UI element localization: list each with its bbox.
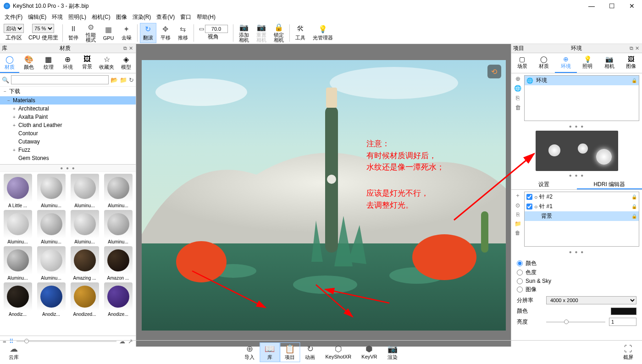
delete-pin-icon[interactable]: 🗑 [515, 230, 520, 236]
globe-icon[interactable]: 🌐 [514, 85, 521, 92]
env-item-active[interactable]: 🌐 环境 🔒 [525, 76, 639, 85]
copy-env-icon[interactable]: ⎘ [516, 94, 520, 101]
material-thumb[interactable]: A Little ... [2, 174, 33, 208]
lock-icon[interactable]: 🔒 [631, 194, 637, 199]
resize-handle-3[interactable]: ● ● ● [511, 248, 642, 255]
bg-mode-color[interactable]: 颜色 [517, 259, 636, 267]
resetcam-button[interactable]: 📷重置 相机 [253, 23, 270, 43]
material-thumb[interactable]: Anodiz... [35, 282, 67, 317]
lockcam-button[interactable]: 🔒锁定 相机 [271, 23, 287, 43]
gpu-button[interactable]: ▦GPU [100, 23, 117, 43]
tab-image[interactable]: 🖼图像 [620, 53, 642, 73]
tree-item[interactable]: +Axalta Paint [0, 113, 136, 121]
hdri-pin-1[interactable] [548, 144, 560, 156]
material-thumb[interactable]: Aluminu... [35, 174, 67, 208]
tab-colors[interactable]: 🎨颜色 [19, 53, 39, 73]
import-button[interactable]: ⊕导入 [239, 342, 260, 362]
material-thumb[interactable]: Anodized... [69, 282, 100, 317]
tab-camera[interactable]: 📷相机 [598, 53, 620, 73]
tools-button[interactable]: 🛠工具 [292, 23, 309, 43]
menu-edit[interactable]: 编辑(E) [25, 12, 49, 22]
maximize-button[interactable]: ☐ [602, 0, 622, 12]
tab-favorites[interactable]: ☆收藏夹 [97, 53, 116, 73]
pin-checkbox[interactable] [526, 194, 532, 200]
bgcolor-swatch[interactable] [611, 308, 636, 315]
tab-environment[interactable]: ⊕环境 [555, 53, 577, 73]
material-thumb[interactable]: Aluminu... [35, 210, 67, 244]
subtab-hdri-editor[interactable]: HDRI 编辑器 [577, 179, 642, 189]
menu-help[interactable]: 帮助(H) [194, 12, 218, 22]
bg-mode-gradient[interactable]: 色度 [517, 269, 636, 276]
popout-icon[interactable]: ⧉ [630, 45, 633, 51]
render-button[interactable]: 📷渲染 [382, 342, 403, 362]
material-thumb[interactable]: Aluminu... [69, 210, 100, 244]
tree-item[interactable]: +Architectural [0, 105, 136, 113]
folder-open-icon[interactable]: 📂 [111, 77, 118, 83]
material-thumb[interactable]: Anodize... [102, 282, 134, 317]
project-button[interactable]: 📋项目 [280, 342, 300, 362]
fov-input[interactable] [205, 25, 228, 33]
viewport-reset-icon[interactable]: ⟲ [487, 65, 501, 78]
tab-lighting[interactable]: 💡照明 [577, 53, 599, 73]
material-thumb[interactable]: Aluminu... [35, 246, 67, 281]
addcam-button[interactable]: 📷添加 相机 [236, 23, 252, 43]
tab-backgrounds[interactable]: 🖼背景 [77, 53, 97, 73]
library-button[interactable]: 📖库 [260, 342, 280, 362]
material-thumb[interactable]: Anodiz... [2, 282, 33, 317]
tree-item[interactable]: Gem Stones [0, 154, 136, 162]
lightmgr-button[interactable]: 💡光管理器 [310, 23, 336, 43]
tab-material[interactable]: ◯材质 [533, 53, 555, 73]
material-thumb[interactable]: Aluminu... [2, 210, 33, 244]
folder-pin-icon[interactable]: 📁 [515, 221, 521, 227]
tree-root[interactable]: −下载 [0, 87, 136, 96]
delete-env-icon[interactable]: 🗑 [515, 104, 521, 111]
tab-models[interactable]: ◈模型 [116, 53, 136, 73]
menu-light[interactable]: 照明(L) [66, 12, 89, 22]
perfmode-button[interactable]: ⚙性能 模式 [83, 23, 99, 43]
pin-item-bg[interactable]: 背景🔒 [525, 211, 639, 221]
refresh-icon[interactable]: ↻ [129, 77, 134, 83]
tree-item[interactable]: +Fuzz [0, 146, 136, 154]
material-thumb[interactable]: Aluminu... [102, 174, 134, 208]
zoom-select[interactable]: 75 % [32, 24, 54, 33]
tab-scene[interactable]: ▢场景 [511, 53, 533, 73]
startup-select[interactable]: 启动 [4, 24, 24, 33]
lock-icon[interactable]: 🔒 [631, 214, 637, 219]
close-button[interactable]: ✕ [622, 0, 642, 12]
menu-view[interactable]: 查看(V) [154, 12, 177, 22]
hdri-pin-2[interactable] [578, 143, 588, 154]
menu-camera[interactable]: 相机(C) [89, 12, 113, 22]
cloud-library-button[interactable]: ☁云库 [4, 342, 24, 362]
copy-pin-icon[interactable]: ⎘ [516, 211, 520, 218]
viewport[interactable]: ⟲ 注意： 有时候材质调好后， 水纹还是像一潭死水； 应该是灯光不行， 去调整灯… [142, 60, 506, 331]
material-thumb[interactable]: Amazon ... [102, 246, 134, 281]
menu-render[interactable]: 渲染(R) [130, 12, 154, 22]
tab-textures[interactable]: ▦纹理 [39, 53, 58, 73]
hdri-pin-3[interactable] [596, 149, 612, 165]
denoise-button[interactable]: ✦去噪 [118, 23, 135, 43]
material-thumb[interactable]: Aluminu... [102, 210, 134, 244]
tumble-button[interactable]: ↻翻滚 [140, 23, 156, 43]
pin-checkbox[interactable] [526, 204, 532, 210]
add-env-icon[interactable]: ⊕ [515, 75, 520, 82]
menu-file[interactable]: 文件(F) [2, 12, 25, 22]
pan-button[interactable]: ✥平移 [157, 23, 174, 43]
material-thumb[interactable]: Aluminu... [2, 246, 33, 281]
brightness-slider[interactable] [546, 321, 605, 323]
env-tree[interactable]: 🌐 环境 🔒 [524, 75, 639, 121]
pause-button[interactable]: ⏸暂停 [65, 23, 82, 43]
resize-handle[interactable]: ● ● ● [511, 123, 642, 130]
bg-mode-image[interactable]: 图像 [517, 286, 636, 293]
pin-item[interactable]: ○针 #2🔒 [525, 192, 639, 202]
popout-icon[interactable]: ⧉ [123, 45, 127, 51]
screenshot-button[interactable]: ⛶截屏 [618, 343, 638, 362]
lock-icon[interactable]: 🔒 [631, 204, 637, 209]
resolution-select[interactable]: 4000 x 2000 [546, 296, 636, 304]
animation-button[interactable]: ↻动画 [300, 342, 320, 362]
subtab-settings[interactable]: 设置 [511, 179, 577, 189]
add-pin-icon[interactable]: ＋ [515, 192, 520, 199]
target-pin-icon[interactable]: ⊙ [515, 202, 520, 209]
lock-icon[interactable]: 🔒 [631, 78, 637, 83]
dolly-button[interactable]: ⇆推移 [175, 23, 191, 43]
search-input[interactable] [11, 75, 109, 84]
